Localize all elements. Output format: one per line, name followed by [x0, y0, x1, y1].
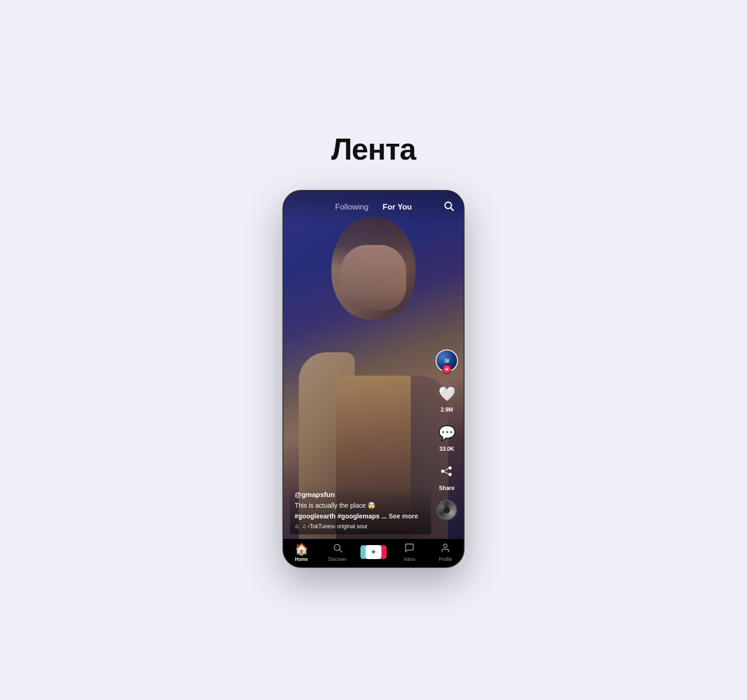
phone-frame: Following For You 🗺️ + 🤍 2.9M [282, 190, 465, 568]
tab-following[interactable]: Following [335, 203, 369, 212]
inbox-icon [404, 543, 415, 556]
music-info-bar[interactable]: ♫ ♫ ‹TokTunes› original sour [295, 523, 426, 530]
music-disc-center [444, 507, 450, 513]
follow-plus-badge[interactable]: + [442, 364, 451, 374]
comment-icon: 💬 [436, 421, 458, 444]
share-action[interactable]: Share [436, 461, 458, 491]
creator-avatar-container[interactable]: 🗺️ + [436, 350, 458, 372]
add-video-button[interactable]: + [363, 545, 384, 559]
profile-icon [440, 543, 451, 556]
comment-action[interactable]: 💬 33.0K [436, 421, 458, 452]
feed-tabs: Following For You [335, 203, 412, 212]
video-content-overlay: @gmapsfun This is actually the place 🤯 #… [290, 486, 431, 534]
music-track-name: ♫ ‹TokTunes› original sour [302, 523, 368, 530]
svg-line-1 [451, 208, 454, 211]
action-panel: 🗺️ + 🤍 2.9M 💬 33.0K Share [436, 350, 458, 520]
music-note-icon: ♫ [295, 523, 299, 530]
like-icon: 🤍 [436, 382, 458, 405]
video-hashtags: #googleearth #googlemaps ... See more [295, 512, 426, 520]
home-icon: 🏠 [295, 543, 309, 556]
profile-label: Profile [439, 557, 452, 562]
nav-inbox[interactable]: Inbox [395, 543, 423, 562]
discover-label: Discover [328, 557, 346, 562]
bottom-navigation: 🏠 Home Discover + Inbox [283, 539, 464, 567]
tab-for-you[interactable]: For You [383, 203, 412, 212]
share-label: Share [439, 485, 454, 491]
nav-discover[interactable]: Discover [324, 543, 352, 562]
top-navigation: Following For You [283, 191, 464, 224]
video-caption: This is actually the place 🤯 [295, 501, 426, 511]
inbox-label: Inbox [404, 557, 415, 562]
like-action[interactable]: 🤍 2.9M [436, 382, 458, 413]
svg-point-4 [444, 544, 447, 547]
like-count: 2.9M [441, 406, 453, 413]
home-label: Home [295, 557, 308, 562]
creator-username[interactable]: @gmapsfun [295, 490, 426, 498]
nav-home[interactable]: 🏠 Home [288, 543, 316, 562]
avatar-text: 🗺️ [444, 358, 450, 364]
see-more-button[interactable]: See more [388, 512, 418, 520]
svg-line-3 [339, 550, 342, 552]
page-title: Лента [331, 132, 416, 167]
plus-icon: + [366, 545, 381, 559]
comment-count: 33.0K [439, 446, 454, 452]
share-icon [436, 461, 458, 483]
search-icon [443, 200, 454, 211]
nav-add[interactable]: + [359, 545, 388, 559]
music-disc[interactable] [437, 500, 457, 520]
nav-profile[interactable]: Profile [431, 543, 459, 562]
discover-icon [332, 543, 343, 556]
search-button[interactable] [443, 200, 454, 214]
